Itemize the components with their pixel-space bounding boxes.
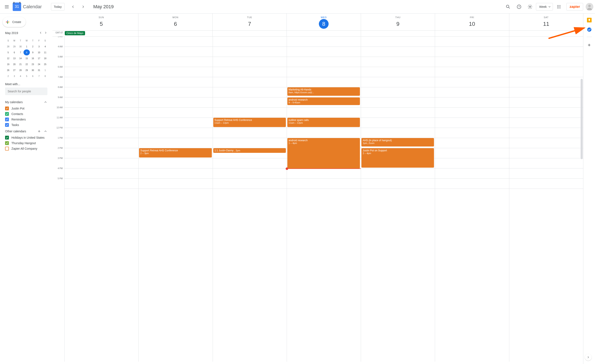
mini-day[interactable]: 6 [11, 49, 17, 55]
search-button[interactable] [503, 2, 513, 12]
mini-day[interactable]: 20 [11, 61, 17, 67]
mini-day[interactable]: 2 [5, 73, 11, 79]
mini-day[interactable]: 1 [23, 44, 30, 49]
mini-day[interactable]: 5 [23, 73, 30, 79]
mini-day[interactable]: 4 [42, 44, 48, 49]
mini-day[interactable]: 2 [30, 44, 36, 49]
day-number[interactable]: 9 [393, 19, 403, 29]
calendar-checkbox[interactable] [5, 123, 9, 127]
day-number[interactable]: 6 [170, 19, 180, 29]
menu-button[interactable] [2, 2, 12, 12]
day-header[interactable]: SAT11 [509, 14, 583, 30]
mini-day[interactable]: 9 [30, 49, 36, 55]
calendar-event[interactable]: Marketing All-Hands8am, https://zoom.us/… [287, 87, 360, 96]
create-button[interactable]: Create [3, 17, 26, 27]
mini-day[interactable]: 3 [11, 73, 17, 79]
calendar-item[interactable]: Contacts [0, 111, 52, 117]
other-calendars-header[interactable]: Other calendars [0, 128, 52, 135]
calendar-checkbox[interactable] [5, 107, 9, 110]
mini-day[interactable]: 27 [11, 67, 17, 73]
mini-day[interactable]: 23 [30, 61, 36, 67]
tasks-addon-button[interactable] [587, 27, 591, 32]
day-number[interactable]: 11 [541, 19, 551, 29]
allday-cell[interactable] [435, 31, 509, 36]
mini-day[interactable]: 29 [11, 44, 17, 49]
mini-day[interactable]: 1 [42, 67, 48, 73]
calendar-item[interactable]: Tasks [0, 122, 52, 128]
calendar-event[interactable]: android research1 – 4pm [287, 138, 360, 168]
allday-cell[interactable] [509, 31, 583, 36]
collapse-panel-button[interactable] [585, 354, 592, 361]
day-column[interactable]: Support Retreat AHS Conference2 – 3pm [138, 37, 212, 362]
mini-day[interactable]: 8 [42, 73, 48, 79]
mini-day[interactable]: 8 [23, 49, 30, 55]
mini-day[interactable]: 4 [17, 73, 23, 79]
mini-day[interactable]: 6 [30, 73, 36, 79]
day-header[interactable]: FRI10 [435, 14, 509, 30]
day-header[interactable]: WED8 [286, 14, 361, 30]
calendar-item[interactable]: Holidays in United States [0, 135, 52, 140]
mini-day[interactable]: 7 [17, 49, 23, 55]
day-number[interactable]: 8 [319, 19, 329, 29]
prev-week-button[interactable] [68, 2, 78, 12]
mini-day[interactable]: 17 [36, 55, 42, 61]
day-number[interactable]: 5 [97, 19, 106, 29]
day-column[interactable]: Support Retreat AHS Conference11am – 12p… [213, 37, 287, 362]
mini-day[interactable]: 30 [17, 44, 23, 49]
account-avatar[interactable] [586, 3, 593, 11]
plus-icon[interactable] [37, 129, 41, 133]
calendar-event[interactable]: Justin Pot on Support2 – 4pm [361, 148, 434, 168]
keep-addon-button[interactable] [587, 18, 592, 22]
mini-day[interactable]: 18 [42, 55, 48, 61]
mini-day[interactable]: 15 [23, 55, 30, 61]
calendar-event[interactable]: android research9 – 9:45am [287, 97, 360, 105]
calendar-event[interactable]: AHS (in place of hangout)1pm, Zoom [361, 138, 434, 146]
mini-day[interactable]: 25 [42, 61, 48, 67]
today-button[interactable]: Today [51, 3, 64, 11]
calendar-event[interactable]: Support Retreat AHS Conference11am – 12p… [213, 118, 286, 127]
mini-day[interactable]: 29 [23, 67, 30, 73]
search-people-input[interactable] [5, 88, 47, 95]
next-week-button[interactable] [78, 2, 88, 12]
calendar-checkbox[interactable] [5, 112, 9, 116]
allday-cell[interactable] [212, 31, 286, 36]
mini-day[interactable]: 7 [36, 73, 42, 79]
day-number[interactable]: 7 [245, 19, 255, 29]
calendar-checkbox[interactable] [5, 136, 9, 139]
mini-day[interactable]: 28 [5, 44, 11, 49]
mini-day[interactable]: 12 [5, 55, 11, 61]
calendar-checkbox[interactable] [5, 147, 9, 151]
allday-cell[interactable] [361, 31, 435, 36]
mini-day[interactable]: 31 [36, 67, 42, 73]
day-column[interactable] [435, 37, 509, 362]
mini-prev-month[interactable] [38, 30, 43, 35]
calendar-item[interactable]: Thursday Hangout [0, 140, 52, 146]
mini-day[interactable]: 13 [11, 55, 17, 61]
calendar-event[interactable]: 1:1 Justin-Danny, 2pm [213, 148, 286, 153]
settings-button[interactable] [525, 2, 535, 12]
day-header[interactable]: MON6 [138, 14, 212, 30]
mini-day[interactable]: 10 [36, 49, 42, 55]
view-selector[interactable]: Week [536, 3, 553, 11]
calendar-event[interactable]: outline spam calls11am – 12pm [287, 118, 360, 127]
calendar-item[interactable]: Justin Pot [0, 106, 52, 111]
mini-day[interactable]: 5 [5, 49, 11, 55]
mini-next-month[interactable] [43, 30, 48, 35]
day-column[interactable] [509, 37, 583, 362]
day-header[interactable]: THU9 [361, 14, 435, 30]
zapier-button[interactable]: zapier [567, 3, 583, 11]
allday-cell[interactable]: Cinco de Mayo [64, 31, 138, 36]
day-header[interactable]: TUE7 [212, 14, 286, 30]
mini-day[interactable]: 11 [42, 49, 48, 55]
day-header[interactable]: SUN5 [64, 14, 138, 30]
day-column[interactable] [64, 37, 138, 362]
mini-day[interactable]: 21 [17, 61, 23, 67]
calendar-item[interactable]: Reminders [0, 117, 52, 122]
calendar-checkbox[interactable] [5, 141, 9, 145]
help-button[interactable]: ? [514, 2, 524, 12]
mini-day[interactable]: 24 [36, 61, 42, 67]
mini-day[interactable]: 22 [23, 61, 30, 67]
day-column[interactable]: Marketing All-Hands8am, https://zoom.us/… [287, 37, 361, 362]
day-number[interactable]: 10 [467, 19, 477, 29]
mini-day[interactable]: 14 [17, 55, 23, 61]
